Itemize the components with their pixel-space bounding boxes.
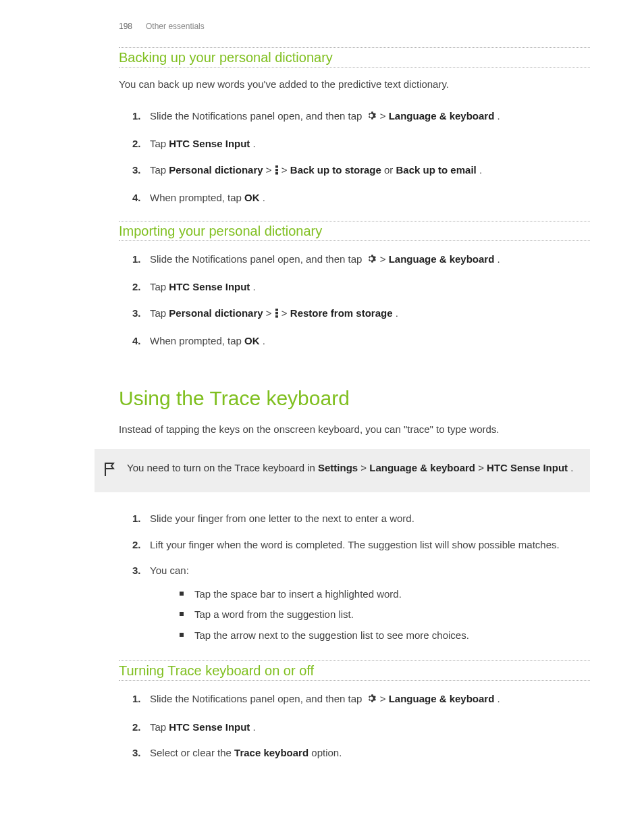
callout-text: You need to turn on the Trace keyboard i… <box>127 462 318 473</box>
step-text: Trace keyboard <box>234 747 308 758</box>
list-item: You can: Tap the space bar to insert a h… <box>132 558 590 651</box>
step-text: > <box>266 164 275 176</box>
list-item: Tap the arrow next to the suggestion lis… <box>180 625 590 646</box>
step-text: . <box>498 253 500 265</box>
list-item: Tap HTC Sense Input . <box>132 274 590 301</box>
document-page: 198 Other essentials Backing up your per… <box>0 0 644 816</box>
svg-rect-0 <box>275 165 278 168</box>
step-text: . <box>253 281 256 292</box>
heading-trace-keyboard: Using the Trace keyboard <box>119 387 590 410</box>
list-item: Tap a word from the suggestion list. <box>180 604 590 625</box>
step-text: . <box>498 693 500 704</box>
svg-rect-2 <box>275 172 278 175</box>
step-text: Language & keyboard <box>389 110 495 122</box>
step-text: Back up to storage <box>290 164 381 176</box>
step-text: > <box>266 307 275 319</box>
callout-text: . <box>570 462 573 473</box>
step-text: Back up to email <box>396 164 477 176</box>
step-text: Tap the arrow next to the suggestion lis… <box>194 629 469 641</box>
subheading-importing: Importing your personal dictionary <box>119 221 590 241</box>
step-text: > <box>281 164 290 176</box>
gear-icon <box>365 253 377 269</box>
subheading-turning: Turning Trace keyboard on or off <box>119 660 590 681</box>
step-text: Restore from storage <box>290 307 393 319</box>
ordered-list: Slide the Notifications panel open, and … <box>132 246 590 355</box>
step-text: > <box>281 307 290 319</box>
callout-text: Settings <box>318 462 358 473</box>
list-item: Slide your finger from one letter to the… <box>132 506 590 532</box>
step-text: Tap the space bar to insert a highlighte… <box>194 588 402 600</box>
step-text: . <box>253 721 256 733</box>
callout-text: Language & keyboard <box>369 462 475 473</box>
body-text: You can back up new words you've added t… <box>119 77 590 93</box>
list-item: Lift your finger when the word is comple… <box>132 532 590 558</box>
step-text: HTC Sense Input <box>169 721 250 733</box>
list-item: Tap HTC Sense Input . <box>132 131 590 157</box>
list-item: Slide the Notifications panel open, and … <box>132 246 590 275</box>
overflow-menu-icon <box>275 165 279 180</box>
step-text: Language & keyboard <box>389 693 495 704</box>
step-text: Lift your finger when the word is comple… <box>150 539 560 550</box>
step-text: Slide the Notifications panel open, and … <box>150 693 365 704</box>
step-text: Tap <box>150 164 169 176</box>
step-text: Select or clear the <box>150 747 234 758</box>
unordered-list: Tap the space bar to insert a highlighte… <box>180 584 590 646</box>
list-item: Tap HTC Sense Input . <box>132 714 590 741</box>
step-text: Tap <box>150 138 169 149</box>
step-text: Slide the Notifications panel open, and … <box>150 253 365 265</box>
step-text: . <box>479 164 482 176</box>
step-text: . <box>498 110 500 122</box>
step-text: When prompted, tap <box>150 335 244 346</box>
chapter-title: Other essentials <box>146 22 205 31</box>
step-text: When prompted, tap <box>150 192 244 203</box>
step-text: option. <box>311 747 342 758</box>
list-item: Tap the space bar to insert a highlighte… <box>180 584 590 605</box>
list-item: Select or clear the Trace keyboard optio… <box>132 740 590 766</box>
step-text: Tap <box>150 307 169 319</box>
step-text: . <box>263 335 265 346</box>
step-text: Personal dictionary <box>169 164 263 176</box>
svg-rect-5 <box>275 315 278 318</box>
page-number: 198 <box>119 22 132 31</box>
list-item: Tap Personal dictionary > > Back up to s… <box>132 157 590 186</box>
step-text: HTC Sense Input <box>169 138 250 149</box>
page-header: 198 Other essentials <box>119 22 590 31</box>
step-text: Personal dictionary <box>169 307 263 319</box>
step-text: You can: <box>150 565 189 576</box>
step-text: OK <box>244 335 260 346</box>
step-text: . <box>263 192 265 203</box>
svg-rect-1 <box>275 169 278 172</box>
callout-text: HTC Sense Input <box>487 462 568 473</box>
step-text: . <box>253 138 256 149</box>
step-text: HTC Sense Input <box>169 281 250 292</box>
step-text: > <box>380 110 389 122</box>
ordered-list: Slide your finger from one letter to the… <box>132 506 590 651</box>
overflow-menu-icon <box>275 308 279 323</box>
step-text: or <box>384 164 396 176</box>
step-text: Tap <box>150 721 169 733</box>
step-text: > <box>380 693 389 704</box>
gear-icon <box>365 109 377 126</box>
step-text: Slide your finger from one letter to the… <box>150 513 414 524</box>
step-text: > <box>380 253 389 265</box>
step-text: OK <box>244 192 260 203</box>
ordered-list: Slide the Notifications panel open, and … <box>132 103 590 211</box>
gear-icon <box>365 692 377 709</box>
subheading-backing-up: Backing up your personal dictionary <box>119 47 590 68</box>
list-item: Tap Personal dictionary > > Restore from… <box>132 301 590 329</box>
step-text: Slide the Notifications panel open, and … <box>150 110 365 122</box>
step-text: . <box>396 307 398 319</box>
step-text: Language & keyboard <box>389 253 495 265</box>
step-text: Tap a word from the suggestion list. <box>194 608 354 620</box>
body-text: Instead of tapping the keys on the onscr… <box>119 422 590 438</box>
step-text: Tap <box>150 281 169 292</box>
callout-text: You need to turn on the Trace keyboard i… <box>127 460 573 475</box>
flag-icon <box>103 461 116 481</box>
svg-rect-3 <box>275 309 278 311</box>
list-item: When prompted, tap OK . <box>132 185 590 211</box>
ordered-list: Slide the Notifications panel open, and … <box>132 686 590 766</box>
list-item: Slide the Notifications panel open, and … <box>132 686 590 714</box>
svg-rect-4 <box>275 312 278 315</box>
list-item: Slide the Notifications panel open, and … <box>132 103 590 132</box>
callout-text: > <box>478 462 487 473</box>
